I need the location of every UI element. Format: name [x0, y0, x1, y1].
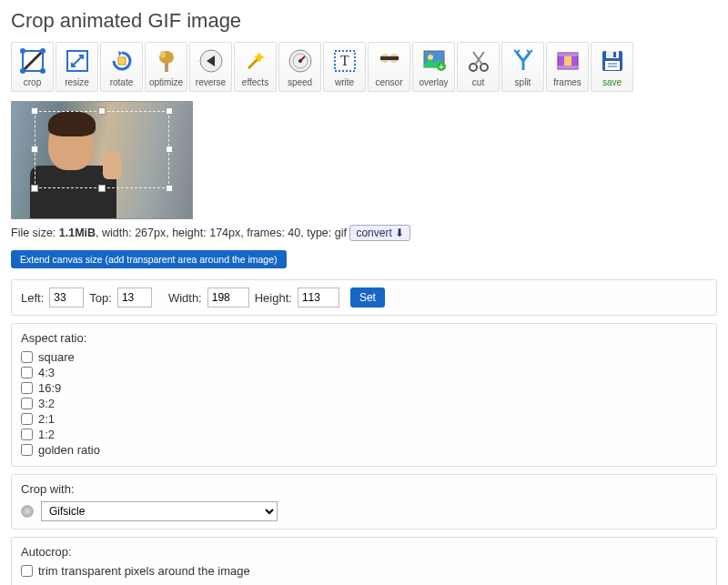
extend-canvas-button[interactable]: Extend canvas size (add transparent area…: [11, 250, 287, 268]
left-label: Left:: [21, 291, 44, 305]
crop-with-panel: Crop with: Gifsicle: [11, 474, 717, 530]
aspect-option-label: square: [38, 350, 75, 364]
aspect-32-checkbox[interactable]: [21, 398, 33, 409]
tool-censor[interactable]: censor: [368, 42, 410, 92]
height-label: Height:: [255, 291, 292, 305]
file-size-label: File size:: [11, 227, 59, 239]
aspect-option-label: 2:1: [38, 412, 55, 426]
autocrop-panel: Autocrop: trim transparent pixels around…: [11, 537, 717, 585]
tool-label: resize: [65, 77, 89, 87]
tool-label: overlay: [419, 77, 448, 87]
image-preview[interactable]: [11, 101, 193, 219]
svg-rect-28: [558, 66, 578, 69]
tool-write[interactable]: Twrite: [323, 42, 366, 92]
svg-text:+: +: [439, 62, 444, 72]
aspect-169-checkbox[interactable]: [21, 382, 33, 394]
tool-overlay[interactable]: +overlay: [412, 42, 455, 92]
autocrop-option-label: trim transparent pixels around the image: [38, 564, 250, 578]
tool-label: optimize: [149, 77, 183, 87]
tool-rotate[interactable]: rotate: [100, 42, 143, 92]
aspect-option-label: 1:2: [38, 428, 55, 441]
svg-point-4: [40, 68, 46, 74]
set-button[interactable]: Set: [350, 287, 385, 308]
rotate-icon: [108, 47, 136, 75]
download-icon: ⬇: [395, 227, 404, 239]
tool-optimize[interactable]: optimize: [145, 42, 187, 92]
width-input[interactable]: [207, 287, 249, 308]
tool-label: save: [602, 77, 622, 87]
top-label: Top:: [89, 291, 112, 305]
resize-icon: [64, 47, 91, 75]
split-icon: [510, 47, 537, 75]
autocrop-label: Autocrop:: [21, 545, 707, 559]
svg-point-13: [298, 59, 302, 63]
optimize-icon: [153, 47, 180, 75]
aspect-12-checkbox[interactable]: [21, 429, 33, 440]
svg-rect-6: [118, 57, 126, 65]
height-input[interactable]: [298, 287, 339, 308]
file-dims: , width: 267px, height: 174px, frames: 4…: [96, 227, 347, 239]
speed-icon: [287, 47, 314, 75]
svg-point-9: [160, 51, 166, 58]
tool-label: effects: [242, 77, 268, 87]
tool-label: speed: [288, 77, 312, 87]
tool-label: reverse: [196, 77, 226, 87]
svg-point-21: [428, 55, 433, 60]
tool-crop[interactable]: crop: [11, 42, 54, 92]
left-input[interactable]: [49, 287, 84, 308]
tool-speed[interactable]: speed: [278, 42, 321, 92]
svg-rect-31: [606, 51, 619, 58]
aspect-ratio-panel: Aspect ratio: square4:316:93:22:11:2gold…: [11, 323, 717, 467]
crop-with-select[interactable]: Gifsicle: [41, 501, 278, 521]
svg-point-3: [20, 68, 25, 74]
tool-cut[interactable]: cut: [457, 42, 500, 92]
svg-text:T: T: [340, 53, 349, 68]
tool-label: frames: [553, 77, 581, 87]
toolbar: cropresizerotateoptimizereverseeffectssp…: [11, 42, 717, 92]
aspect-option-label: golden ratio: [38, 443, 100, 457]
save-icon: [599, 47, 626, 75]
frames-icon: [554, 47, 581, 75]
tool-resize[interactable]: resize: [56, 42, 98, 92]
crop-icon: [19, 47, 46, 75]
aspect-21-checkbox[interactable]: [21, 413, 33, 425]
effects-icon: [242, 47, 269, 75]
tool-reverse[interactable]: reverse: [189, 42, 232, 92]
help-icon[interactable]: [21, 505, 34, 518]
tool-label: censor: [375, 77, 402, 87]
autocrop-checkbox[interactable]: [21, 565, 33, 577]
svg-rect-29: [564, 56, 571, 66]
svg-rect-27: [558, 53, 578, 56]
svg-rect-18: [380, 56, 389, 60]
svg-rect-33: [605, 61, 620, 70]
svg-point-2: [40, 48, 46, 54]
aspect-goldenratio-checkbox[interactable]: [21, 444, 33, 456]
svg-point-1: [20, 48, 25, 54]
tool-label: cut: [472, 77, 484, 87]
tool-label: split: [515, 77, 531, 87]
aspect-square-checkbox[interactable]: [21, 351, 33, 363]
aspect-option-label: 4:3: [38, 366, 55, 379]
svg-rect-19: [389, 56, 399, 60]
aspect-option-label: 3:2: [38, 397, 55, 410]
aspect-43-checkbox[interactable]: [21, 367, 33, 378]
tool-effects[interactable]: effects: [234, 42, 277, 92]
top-input[interactable]: [117, 287, 152, 308]
tool-label: rotate: [110, 77, 134, 87]
svg-rect-32: [613, 52, 616, 57]
tool-save[interactable]: save: [591, 42, 633, 92]
write-icon: T: [331, 47, 359, 75]
dimensions-panel: Left: Top: Width: Height: Set: [11, 279, 717, 316]
crop-selection[interactable]: [35, 111, 169, 188]
width-label: Width:: [168, 291, 202, 305]
overlay-icon: +: [420, 47, 448, 75]
tool-split[interactable]: split: [501, 42, 544, 92]
aspect-option-label: 16:9: [38, 381, 61, 395]
reverse-icon: [197, 47, 225, 75]
file-size-value: 1.1MiB: [59, 227, 96, 239]
tool-frames[interactable]: frames: [546, 42, 589, 92]
convert-button[interactable]: convert ⬇: [349, 225, 410, 241]
cut-icon: [465, 47, 492, 75]
file-info: File size: 1.1MiB, width: 267px, height:…: [11, 225, 717, 241]
page-title: Crop animated GIF image: [11, 9, 717, 33]
